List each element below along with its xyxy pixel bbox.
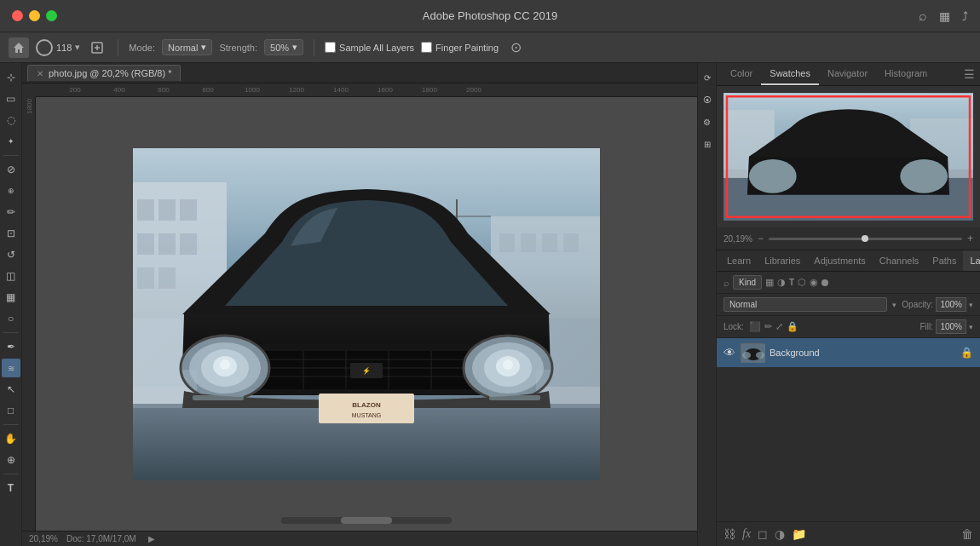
zoom-out-icon[interactable]: − xyxy=(758,233,764,244)
pen-tool[interactable]: ✒ xyxy=(2,337,20,356)
dodge-tool[interactable]: ○ xyxy=(2,309,20,328)
strength-value: 50% xyxy=(270,43,289,53)
layer-link-icon[interactable]: ⛓ xyxy=(723,527,735,541)
expand-icon[interactable]: ▶ xyxy=(148,534,155,543)
home-button[interactable] xyxy=(9,37,29,58)
text-tool[interactable]: T xyxy=(2,479,20,497)
document-tabs: ✕ photo.jpg @ 20,2% (RGB/8) * xyxy=(22,63,697,83)
layer-delete-icon[interactable]: 🗑 xyxy=(961,527,973,541)
crop-rotate-tool[interactable]: ⟳ xyxy=(698,68,717,87)
spot-heal-tool[interactable]: ⊕ xyxy=(2,181,20,200)
maximize-button[interactable] xyxy=(46,10,57,21)
tab-channels[interactable]: Channels xyxy=(873,250,925,271)
brush-dropdown-arrow[interactable]: ▾ xyxy=(75,42,80,53)
scrollbar-thumb[interactable] xyxy=(341,517,392,524)
zoom-slider[interactable] xyxy=(769,238,962,240)
history-tool[interactable]: ↺ xyxy=(2,245,20,264)
stamp-tool[interactable]: ⊡ xyxy=(2,224,20,243)
fill-input[interactable] xyxy=(936,319,966,334)
shape-filter-icon[interactable]: ⬡ xyxy=(798,277,806,288)
vertical-tools-strip: ⟳ ⦿ ⚙ ⊞ xyxy=(697,63,716,546)
eraser-tool[interactable]: ◫ xyxy=(2,267,20,285)
brush-options-button[interactable] xyxy=(87,37,107,58)
layer-visibility-toggle[interactable]: 👁 xyxy=(723,346,735,359)
gradient-tool[interactable]: ▦ xyxy=(2,288,20,307)
lock-all-icon[interactable]: 🔒 xyxy=(787,321,798,332)
opacity-dropdown-arrow[interactable]: ▾ xyxy=(969,301,973,309)
strength-arrow: ▾ xyxy=(292,42,297,53)
adjustment-filter-icon[interactable]: ◑ xyxy=(777,277,786,288)
adjustment-tool[interactable]: ⚙ xyxy=(698,112,717,131)
mode-label: Mode: xyxy=(129,43,155,53)
brush-size: 118 xyxy=(56,43,72,53)
ruler-area: 200 400 600 800 1000 1200 1400 1600 1800… xyxy=(22,83,697,97)
crop-tool[interactable]: ✦ xyxy=(2,132,20,151)
type-filter-icon[interactable]: T xyxy=(789,278,794,287)
document-tab-photo[interactable]: ✕ photo.jpg @ 20,2% (RGB/8) * xyxy=(27,65,181,81)
search-icon[interactable]: ⌕ xyxy=(919,9,927,24)
tab-navigator[interactable]: Navigator xyxy=(819,63,876,85)
type-tool[interactable]: ≋ xyxy=(2,359,20,377)
tab-close-icon[interactable]: ✕ xyxy=(37,69,43,78)
pressure-icon[interactable]: ⊙ xyxy=(505,37,526,58)
color-filter-icon[interactable] xyxy=(821,279,828,286)
tab-learn[interactable]: Learn xyxy=(720,250,758,271)
zoom-in-icon[interactable]: + xyxy=(967,233,973,244)
mode-dropdown[interactable]: Normal ▾ xyxy=(162,39,212,55)
canvas-with-ruler: 200 400 600 800 1000 1200 1400 1600 1800 xyxy=(22,97,697,531)
lock-artboard-icon[interactable]: ⤢ xyxy=(775,321,783,332)
share-icon[interactable]: ⤴ xyxy=(962,9,968,23)
zoom-thumb[interactable] xyxy=(862,235,868,242)
tab-swatches[interactable]: Swatches xyxy=(761,63,819,85)
tab-adjustments[interactable]: Adjustments xyxy=(807,250,873,271)
layer-lock-icon: 🔒 xyxy=(960,347,973,359)
lock-position-icon[interactable]: ✏ xyxy=(764,321,772,332)
close-button[interactable] xyxy=(12,10,23,21)
kind-dropdown[interactable]: Kind xyxy=(733,275,762,290)
panel-menu-button[interactable]: ☰ xyxy=(964,67,975,81)
svg-point-57 xyxy=(749,159,797,193)
eyedropper-tool[interactable]: ⊘ xyxy=(2,160,20,179)
lasso-tool[interactable]: ◌ xyxy=(2,111,20,129)
smart-filter-icon[interactable]: ◉ xyxy=(810,277,818,288)
tab-layers[interactable]: Layers xyxy=(963,250,980,271)
hand-tool[interactable]: ✋ xyxy=(2,429,20,448)
tab-paths[interactable]: Paths xyxy=(925,250,963,271)
layer-mask-icon[interactable]: ◻ xyxy=(758,527,768,541)
tab-libraries[interactable]: Libraries xyxy=(758,250,807,271)
pixel-filter-icon[interactable]: ▦ xyxy=(765,277,774,288)
lock-pixels-icon[interactable]: ⬛ xyxy=(749,321,761,332)
canvas-viewport[interactable]: ⚡ xyxy=(36,97,697,531)
finger-painting-checkbox[interactable]: Finger Painting xyxy=(421,42,499,53)
tab-color[interactable]: Color xyxy=(722,63,761,85)
brush-tool[interactable]: ✏ xyxy=(2,203,20,221)
svg-rect-9 xyxy=(180,199,197,221)
brush-picker[interactable]: 118 ▾ xyxy=(36,39,80,56)
svg-rect-14 xyxy=(159,267,176,289)
move-tool[interactable]: ⊹ xyxy=(2,68,20,87)
retouch-tool[interactable]: ⦿ xyxy=(698,90,717,109)
path-select-tool[interactable]: ↖ xyxy=(2,380,20,399)
sample-all-layers-checkbox[interactable]: Sample All Layers xyxy=(325,42,414,53)
filter-tool[interactable]: ⊞ xyxy=(698,135,717,153)
ruler-mark: 400 xyxy=(97,86,141,94)
opacity-input[interactable] xyxy=(936,297,966,312)
layer-fx-icon[interactable]: fx xyxy=(742,527,751,541)
marquee-tool[interactable]: ▭ xyxy=(2,89,20,108)
canvas-image[interactable]: ⚡ xyxy=(133,148,600,480)
minimize-button[interactable] xyxy=(29,10,40,21)
layer-folder-icon[interactable]: 📁 xyxy=(792,527,806,541)
navigator-thumbnail[interactable] xyxy=(723,93,973,221)
blend-mode-dropdown[interactable]: Normal xyxy=(723,297,887,312)
layer-adjustment-icon[interactable]: ◑ xyxy=(775,527,785,541)
zoom-tool[interactable]: ⊕ xyxy=(2,451,20,469)
svg-point-62 xyxy=(742,352,751,359)
tab-histogram[interactable]: Histogram xyxy=(876,63,936,85)
layer-item-background[interactable]: 👁 Background 🔒 xyxy=(717,338,980,367)
ruler-corner xyxy=(22,83,36,97)
fill-dropdown-arrow[interactable]: ▾ xyxy=(969,323,973,331)
horizontal-scrollbar[interactable] xyxy=(281,517,452,524)
workspace-icon[interactable]: ▦ xyxy=(939,9,950,23)
strength-dropdown[interactable]: 50% ▾ xyxy=(264,39,303,55)
shape-tool[interactable]: □ xyxy=(2,401,20,420)
